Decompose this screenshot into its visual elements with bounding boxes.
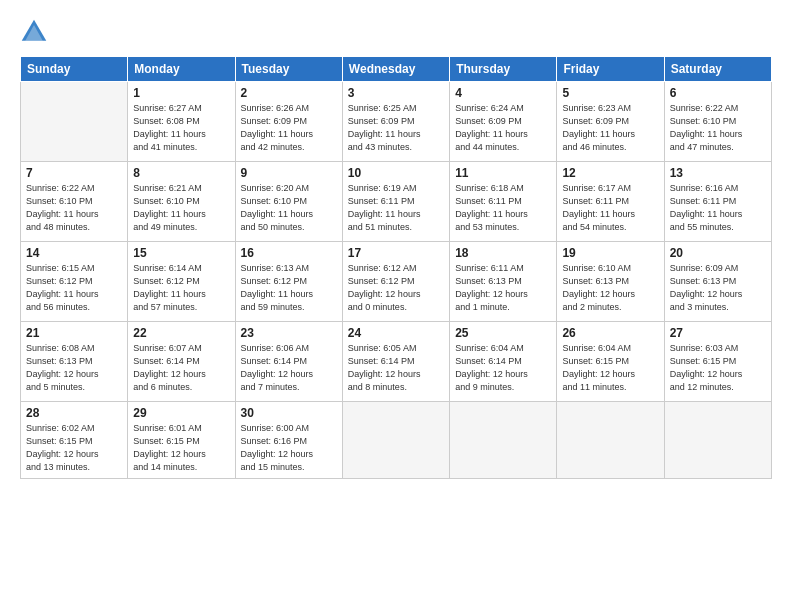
calendar-cell [21, 82, 128, 162]
calendar-cell: 6Sunrise: 6:22 AM Sunset: 6:10 PM Daylig… [664, 82, 771, 162]
day-number: 6 [670, 86, 766, 100]
calendar-cell: 8Sunrise: 6:21 AM Sunset: 6:10 PM Daylig… [128, 162, 235, 242]
weekday-header-row: SundayMondayTuesdayWednesdayThursdayFrid… [21, 57, 772, 82]
day-number: 3 [348, 86, 444, 100]
day-number: 18 [455, 246, 551, 260]
cell-info: Sunrise: 6:16 AM Sunset: 6:11 PM Dayligh… [670, 182, 766, 234]
calendar-cell: 12Sunrise: 6:17 AM Sunset: 6:11 PM Dayli… [557, 162, 664, 242]
calendar-cell: 14Sunrise: 6:15 AM Sunset: 6:12 PM Dayli… [21, 242, 128, 322]
day-number: 1 [133, 86, 229, 100]
calendar-cell: 17Sunrise: 6:12 AM Sunset: 6:12 PM Dayli… [342, 242, 449, 322]
weekday-header-wednesday: Wednesday [342, 57, 449, 82]
cell-info: Sunrise: 6:10 AM Sunset: 6:13 PM Dayligh… [562, 262, 658, 314]
calendar-cell: 11Sunrise: 6:18 AM Sunset: 6:11 PM Dayli… [450, 162, 557, 242]
calendar-cell: 27Sunrise: 6:03 AM Sunset: 6:15 PM Dayli… [664, 322, 771, 402]
calendar-cell: 3Sunrise: 6:25 AM Sunset: 6:09 PM Daylig… [342, 82, 449, 162]
cell-info: Sunrise: 6:24 AM Sunset: 6:09 PM Dayligh… [455, 102, 551, 154]
day-number: 25 [455, 326, 551, 340]
cell-info: Sunrise: 6:01 AM Sunset: 6:15 PM Dayligh… [133, 422, 229, 474]
cell-info: Sunrise: 6:02 AM Sunset: 6:15 PM Dayligh… [26, 422, 122, 474]
day-number: 27 [670, 326, 766, 340]
day-number: 4 [455, 86, 551, 100]
day-number: 2 [241, 86, 337, 100]
calendar-cell [557, 402, 664, 479]
cell-info: Sunrise: 6:12 AM Sunset: 6:12 PM Dayligh… [348, 262, 444, 314]
cell-info: Sunrise: 6:18 AM Sunset: 6:11 PM Dayligh… [455, 182, 551, 234]
cell-info: Sunrise: 6:19 AM Sunset: 6:11 PM Dayligh… [348, 182, 444, 234]
cell-info: Sunrise: 6:17 AM Sunset: 6:11 PM Dayligh… [562, 182, 658, 234]
day-number: 10 [348, 166, 444, 180]
cell-info: Sunrise: 6:11 AM Sunset: 6:13 PM Dayligh… [455, 262, 551, 314]
day-number: 13 [670, 166, 766, 180]
day-number: 14 [26, 246, 122, 260]
weekday-header-tuesday: Tuesday [235, 57, 342, 82]
day-number: 29 [133, 406, 229, 420]
calendar-cell: 28Sunrise: 6:02 AM Sunset: 6:15 PM Dayli… [21, 402, 128, 479]
calendar-cell: 9Sunrise: 6:20 AM Sunset: 6:10 PM Daylig… [235, 162, 342, 242]
day-number: 11 [455, 166, 551, 180]
cell-info: Sunrise: 6:23 AM Sunset: 6:09 PM Dayligh… [562, 102, 658, 154]
cell-info: Sunrise: 6:20 AM Sunset: 6:10 PM Dayligh… [241, 182, 337, 234]
cell-info: Sunrise: 6:03 AM Sunset: 6:15 PM Dayligh… [670, 342, 766, 394]
week-row-4: 21Sunrise: 6:08 AM Sunset: 6:13 PM Dayli… [21, 322, 772, 402]
day-number: 19 [562, 246, 658, 260]
calendar-cell: 13Sunrise: 6:16 AM Sunset: 6:11 PM Dayli… [664, 162, 771, 242]
calendar-cell: 15Sunrise: 6:14 AM Sunset: 6:12 PM Dayli… [128, 242, 235, 322]
header [20, 18, 772, 46]
calendar-cell [342, 402, 449, 479]
week-row-3: 14Sunrise: 6:15 AM Sunset: 6:12 PM Dayli… [21, 242, 772, 322]
calendar-cell: 10Sunrise: 6:19 AM Sunset: 6:11 PM Dayli… [342, 162, 449, 242]
logo-icon [20, 18, 48, 46]
calendar-cell: 21Sunrise: 6:08 AM Sunset: 6:13 PM Dayli… [21, 322, 128, 402]
calendar-cell: 4Sunrise: 6:24 AM Sunset: 6:09 PM Daylig… [450, 82, 557, 162]
day-number: 8 [133, 166, 229, 180]
calendar-cell: 25Sunrise: 6:04 AM Sunset: 6:14 PM Dayli… [450, 322, 557, 402]
calendar-cell: 24Sunrise: 6:05 AM Sunset: 6:14 PM Dayli… [342, 322, 449, 402]
day-number: 5 [562, 86, 658, 100]
calendar-cell: 29Sunrise: 6:01 AM Sunset: 6:15 PM Dayli… [128, 402, 235, 479]
cell-info: Sunrise: 6:07 AM Sunset: 6:14 PM Dayligh… [133, 342, 229, 394]
calendar-cell: 22Sunrise: 6:07 AM Sunset: 6:14 PM Dayli… [128, 322, 235, 402]
calendar-table: SundayMondayTuesdayWednesdayThursdayFrid… [20, 56, 772, 479]
calendar-cell: 30Sunrise: 6:00 AM Sunset: 6:16 PM Dayli… [235, 402, 342, 479]
day-number: 28 [26, 406, 122, 420]
day-number: 21 [26, 326, 122, 340]
calendar-cell: 2Sunrise: 6:26 AM Sunset: 6:09 PM Daylig… [235, 82, 342, 162]
day-number: 16 [241, 246, 337, 260]
weekday-header-friday: Friday [557, 57, 664, 82]
day-number: 30 [241, 406, 337, 420]
cell-info: Sunrise: 6:22 AM Sunset: 6:10 PM Dayligh… [26, 182, 122, 234]
cell-info: Sunrise: 6:04 AM Sunset: 6:15 PM Dayligh… [562, 342, 658, 394]
day-number: 17 [348, 246, 444, 260]
week-row-2: 7Sunrise: 6:22 AM Sunset: 6:10 PM Daylig… [21, 162, 772, 242]
calendar-cell: 18Sunrise: 6:11 AM Sunset: 6:13 PM Dayli… [450, 242, 557, 322]
cell-info: Sunrise: 6:08 AM Sunset: 6:13 PM Dayligh… [26, 342, 122, 394]
logo [20, 18, 52, 46]
day-number: 26 [562, 326, 658, 340]
cell-info: Sunrise: 6:27 AM Sunset: 6:08 PM Dayligh… [133, 102, 229, 154]
week-row-1: 1Sunrise: 6:27 AM Sunset: 6:08 PM Daylig… [21, 82, 772, 162]
day-number: 22 [133, 326, 229, 340]
cell-info: Sunrise: 6:21 AM Sunset: 6:10 PM Dayligh… [133, 182, 229, 234]
calendar-cell: 5Sunrise: 6:23 AM Sunset: 6:09 PM Daylig… [557, 82, 664, 162]
cell-info: Sunrise: 6:00 AM Sunset: 6:16 PM Dayligh… [241, 422, 337, 474]
day-number: 12 [562, 166, 658, 180]
cell-info: Sunrise: 6:04 AM Sunset: 6:14 PM Dayligh… [455, 342, 551, 394]
cell-info: Sunrise: 6:26 AM Sunset: 6:09 PM Dayligh… [241, 102, 337, 154]
day-number: 23 [241, 326, 337, 340]
calendar-cell [450, 402, 557, 479]
cell-info: Sunrise: 6:06 AM Sunset: 6:14 PM Dayligh… [241, 342, 337, 394]
cell-info: Sunrise: 6:22 AM Sunset: 6:10 PM Dayligh… [670, 102, 766, 154]
day-number: 24 [348, 326, 444, 340]
day-number: 9 [241, 166, 337, 180]
weekday-header-monday: Monday [128, 57, 235, 82]
cell-info: Sunrise: 6:25 AM Sunset: 6:09 PM Dayligh… [348, 102, 444, 154]
cell-info: Sunrise: 6:09 AM Sunset: 6:13 PM Dayligh… [670, 262, 766, 314]
calendar-cell [664, 402, 771, 479]
week-row-5: 28Sunrise: 6:02 AM Sunset: 6:15 PM Dayli… [21, 402, 772, 479]
day-number: 7 [26, 166, 122, 180]
page: SundayMondayTuesdayWednesdayThursdayFrid… [0, 0, 792, 612]
calendar-cell: 7Sunrise: 6:22 AM Sunset: 6:10 PM Daylig… [21, 162, 128, 242]
cell-info: Sunrise: 6:05 AM Sunset: 6:14 PM Dayligh… [348, 342, 444, 394]
cell-info: Sunrise: 6:15 AM Sunset: 6:12 PM Dayligh… [26, 262, 122, 314]
